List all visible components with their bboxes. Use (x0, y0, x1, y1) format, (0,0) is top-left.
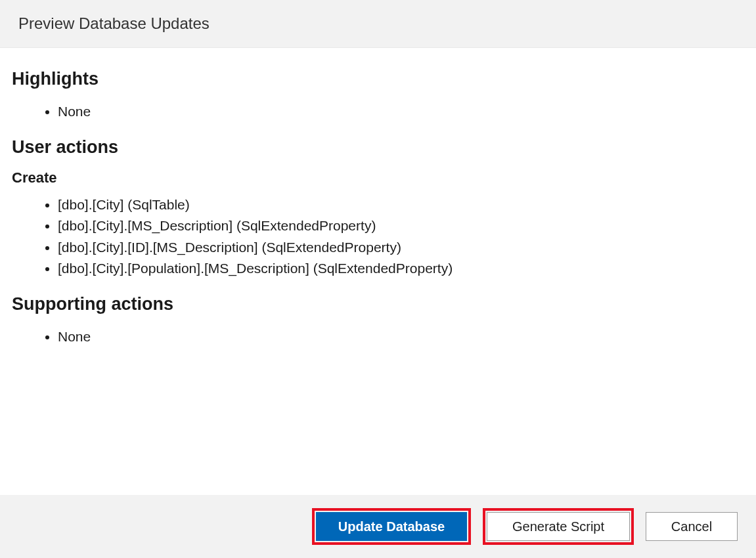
update-database-button[interactable]: Update Database (316, 512, 467, 541)
dialog-title: Preview Database Updates (18, 14, 738, 33)
update-database-highlight: Update Database (312, 508, 471, 545)
cancel-button[interactable]: Cancel (646, 512, 738, 541)
supporting-actions-list: None (12, 326, 744, 348)
generate-script-button[interactable]: Generate Script (487, 512, 630, 541)
create-heading: Create (12, 169, 744, 186)
supporting-actions-heading: Supporting actions (12, 294, 744, 314)
list-item: [dbo].[City].[MS_Description] (SqlExtend… (58, 215, 744, 237)
list-item: [dbo].[City] (SqlTable) (58, 194, 744, 216)
list-item: None (58, 101, 744, 123)
user-actions-heading: User actions (12, 137, 744, 158)
dialog-content: Highlights None User actions Create [dbo… (0, 48, 756, 495)
highlights-list: None (12, 101, 744, 123)
list-item: [dbo].[City].[ID].[MS_Description] (SqlE… (58, 237, 744, 259)
list-item: None (58, 326, 744, 348)
highlights-heading: Highlights (12, 69, 744, 89)
list-item: [dbo].[City].[Population].[MS_Descriptio… (58, 258, 744, 280)
create-list: [dbo].[City] (SqlTable) [dbo].[City].[MS… (12, 194, 744, 280)
dialog-header: Preview Database Updates (0, 0, 756, 48)
dialog-footer: Update Database Generate Script Cancel (0, 495, 756, 558)
generate-script-highlight: Generate Script (483, 508, 634, 545)
